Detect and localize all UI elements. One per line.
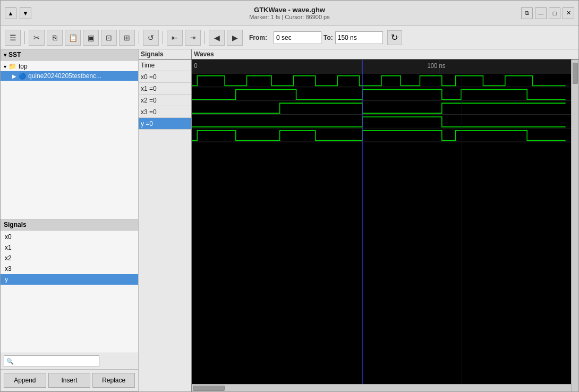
scroll-down-button[interactable]: ▼: [20, 7, 31, 19]
folder-icon: 📁: [8, 63, 16, 70]
signal-x2-label: x2: [5, 254, 12, 262]
window-title: GTKWave - wave.ghw: [254, 6, 325, 14]
toolbar-separator-2: [139, 31, 139, 44]
titlebar-left: ▲ ▼: [5, 7, 31, 19]
signal-y-label: y: [5, 276, 8, 283]
svg-rect-1: [192, 59, 571, 73]
close-button[interactable]: ✕: [563, 7, 574, 19]
signal-item-x2[interactable]: x2: [1, 253, 138, 263]
refresh-button[interactable]: ↻: [387, 30, 402, 45]
sst-header: ▾ SST: [1, 49, 138, 61]
from-label: From:: [249, 34, 267, 41]
append-button[interactable]: Append: [4, 373, 46, 388]
sst-title: SST: [8, 51, 21, 58]
titlebar: ▲ ▼ GTKWave - wave.ghw Marker: 1 fs | Cu…: [1, 1, 578, 26]
toolbar-separator-3: [163, 31, 163, 44]
time-row-label: Time: [139, 59, 191, 71]
copy-button[interactable]: ⎘: [47, 30, 63, 46]
search-wrapper: 🔍: [4, 355, 135, 367]
search-bar: 🔍: [1, 353, 138, 369]
x1-row-label: x1 =0: [139, 83, 191, 95]
wave-panel: Signals Waves Time x0 =0 x1 =0: [139, 49, 578, 391]
toolbar: ☰ ✂ ⎘ 📋 ▣ ⊡ ⊞ ↺ ⇤ ⇥ ◀ ▶ From: To: ↻: [1, 26, 578, 49]
titlebar-center: GTKWave - wave.ghw Marker: 1 fs | Cursor…: [249, 6, 329, 20]
go-start-button[interactable]: ⇤: [167, 30, 183, 46]
sst-section: ▾ SST ▾ 📁 top ▶ 🔵 quine20240205testbenc.…: [1, 49, 138, 219]
maximize-button[interactable]: □: [549, 7, 560, 19]
signal-item-x0[interactable]: x0: [1, 232, 138, 242]
search-input[interactable]: [4, 355, 99, 367]
x3-wave-label: x3 =0: [141, 108, 157, 116]
main-content: ▾ SST ▾ 📁 top ▶ 🔵 quine20240205testbenc.…: [1, 49, 578, 391]
signal-names-col: Time x0 =0 x1 =0 x2 =0 x3 =0 y: [139, 59, 192, 391]
zoom-region-button[interactable]: ⊞: [119, 30, 135, 46]
time-label: Time: [141, 62, 155, 69]
wave-panel-header: Signals Waves: [139, 49, 578, 59]
waveform-area[interactable]: 100 ns 0: [192, 59, 571, 384]
horizontal-scrollbar[interactable]: [192, 384, 571, 391]
to-label: To:: [323, 34, 333, 41]
toolbar-separator-1: [24, 31, 25, 44]
x1-wave-label: x1 =0: [141, 85, 157, 92]
tree-chevron-icon: ▾: [4, 64, 6, 70]
insert-button[interactable]: Insert: [48, 373, 91, 388]
signal-item-x3[interactable]: x3: [1, 263, 138, 274]
tree-item-label: top: [19, 63, 28, 70]
scroll-up-button[interactable]: ▲: [5, 7, 16, 19]
from-input[interactable]: [274, 31, 321, 44]
waveform-svg: 100 ns 0: [192, 59, 571, 384]
bottom-buttons: Append Insert Replace: [1, 369, 138, 391]
signal-item-y[interactable]: y: [1, 274, 138, 285]
go-end-button[interactable]: ⇥: [185, 30, 201, 46]
search-icon: 🔍: [6, 358, 14, 365]
v-scrollbar-thumb[interactable]: [573, 63, 578, 84]
signals-list[interactable]: x0 x1 x2 x3 y: [1, 231, 138, 353]
sst-chevron-icon: ▾: [4, 52, 6, 58]
select-button[interactable]: ▣: [83, 30, 99, 46]
signal-x0-label: x0: [5, 233, 12, 241]
waves-col-header: Waves: [192, 49, 578, 59]
titlebar-right: ⧉ — □ ✕: [521, 7, 574, 19]
menu-button[interactable]: ☰: [5, 30, 21, 46]
x2-row-label: x2 =0: [139, 95, 191, 106]
signals-section-header: Signals: [1, 219, 138, 231]
prev-button[interactable]: ◀: [209, 30, 225, 46]
zoom-fit-button[interactable]: ⊡: [101, 30, 117, 46]
vertical-scrollbar[interactable]: [571, 59, 578, 391]
restore-button[interactable]: ⧉: [521, 7, 533, 19]
toolbar-separator-4: [205, 31, 205, 44]
svg-rect-13: [461, 73, 462, 384]
h-scrollbar-thumb[interactable]: [193, 386, 225, 391]
next-button[interactable]: ▶: [227, 30, 243, 46]
window-subtitle: Marker: 1 fs | Cursor: 86900 ps: [249, 14, 329, 20]
tree-item-quine-label: quine20240205testbenc...: [28, 72, 101, 80]
x3-row-label: x3 =0: [139, 106, 191, 118]
main-window: ▲ ▼ GTKWave - wave.ghw Marker: 1 fs | Cu…: [0, 0, 579, 392]
x2-wave-label: x2 =0: [141, 97, 157, 104]
svg-text:0: 0: [194, 62, 198, 70]
signals-col-header: Signals: [139, 49, 192, 59]
wave-body: Time x0 =0 x1 =0 x2 =0 x3 =0 y: [139, 59, 578, 391]
x0-row-label: x0 =0: [139, 71, 191, 83]
signal-x1-label: x1: [5, 244, 12, 251]
svg-text:100 ns: 100 ns: [427, 62, 445, 70]
signals-section: Signals x0 x1 x2 x3 y: [1, 219, 138, 391]
paste-button[interactable]: 📋: [65, 30, 81, 46]
x0-wave-label: x0 =0: [141, 73, 157, 81]
left-panel: ▾ SST ▾ 📁 top ▶ 🔵 quine20240205testbenc.…: [1, 49, 139, 391]
from-to-group: From: To:: [249, 31, 383, 44]
undo-button[interactable]: ↺: [143, 30, 159, 46]
tree-item-quine[interactable]: ▶ 🔵 quine20240205testbenc...: [1, 71, 138, 81]
tree-item-top[interactable]: ▾ 📁 top: [1, 62, 138, 71]
module-icon: 🔵: [19, 73, 26, 80]
signal-item-x1[interactable]: x1: [1, 242, 138, 253]
to-input[interactable]: [335, 31, 383, 44]
signal-x3-label: x3: [5, 265, 12, 272]
minimize-button[interactable]: —: [535, 7, 547, 19]
replace-button[interactable]: Replace: [92, 373, 135, 388]
sst-tree[interactable]: ▾ 📁 top ▶ 🔵 quine20240205testbenc...: [1, 61, 138, 219]
cut-button[interactable]: ✂: [29, 30, 45, 46]
tree-chevron-right-icon: ▶: [12, 73, 16, 79]
y-wave-label: y =0: [141, 120, 153, 127]
y-row-label: y =0: [139, 118, 191, 130]
